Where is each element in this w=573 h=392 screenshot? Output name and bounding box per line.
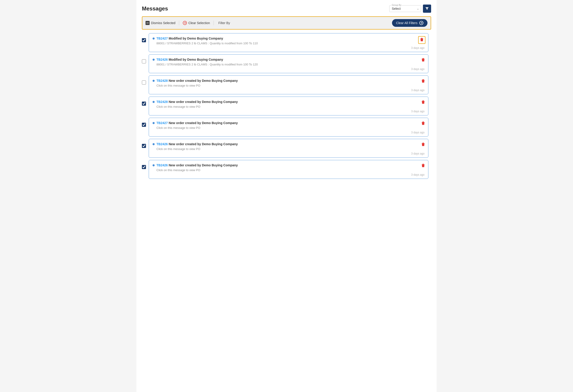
- order-id: TB2426: [156, 142, 168, 146]
- order-id: TB2427: [156, 121, 168, 125]
- toolbar-row: Dismiss Selected ✕ Clear Selection Filte…: [142, 16, 431, 30]
- message-checkbox[interactable]: [142, 165, 146, 169]
- message-time: 3 days ago: [411, 68, 425, 71]
- message-footer: 3 days ago: [153, 110, 425, 113]
- message-row: TB2426 Modified by Demo Buying Company88…: [142, 54, 428, 73]
- message-time: 3 days ago: [411, 131, 425, 134]
- trash-icon: [421, 100, 425, 104]
- circle-x-icon: ✕: [183, 21, 187, 25]
- svg-rect-3: [423, 101, 424, 101]
- page-container: Messages Group By Select ⌄ Dismiss Selec…: [136, 0, 437, 392]
- group-by-select[interactable]: Group By Select ⌄: [389, 5, 421, 12]
- message-footer: 3 days ago: [153, 152, 425, 155]
- order-id: TB2426: [156, 58, 168, 61]
- message-row: TB2427 New order created by Demo Buying …: [142, 118, 428, 136]
- message-time: 3 days ago: [411, 46, 425, 50]
- message-title-text: TB2428 New order created by Demo Buying …: [156, 79, 238, 83]
- message-time: 3 days ago: [411, 110, 425, 113]
- message-body: Click on this message to view PO: [156, 84, 425, 87]
- message-body: 88001 / STRAWBERRIES 2 lb CLAMS : Quanti…: [156, 42, 425, 45]
- group-by-value: Select: [392, 7, 401, 10]
- message-row: TB2427 Modified by Demo Buying Company88…: [142, 33, 428, 52]
- message-checkbox[interactable]: [142, 59, 146, 63]
- messages-list: TB2427 Modified by Demo Buying Company88…: [142, 33, 431, 179]
- checkbox-wrap: [142, 144, 146, 149]
- trash-icon: [421, 79, 425, 83]
- order-id: TB2426: [156, 163, 168, 167]
- message-title-text: TB2426 New order created by Demo Buying …: [156, 142, 238, 146]
- message-title-text: TB2426 Modified by Demo Buying Company: [156, 58, 223, 61]
- filter-icon-button[interactable]: [423, 4, 431, 13]
- unread-dot: [153, 143, 155, 145]
- message-body: Click on this message to view PO: [156, 168, 425, 172]
- message-card[interactable]: TB2428 New order created by Demo Buying …: [149, 75, 428, 94]
- delete-button[interactable]: [421, 78, 425, 84]
- clear-selection-label: Clear Selection: [188, 21, 210, 25]
- message-checkbox[interactable]: [142, 38, 146, 42]
- message-card[interactable]: TB2427 New order created by Demo Buying …: [149, 118, 428, 136]
- message-body: Click on this message to view PO: [156, 105, 425, 108]
- filter-by-label: Filter By: [218, 21, 230, 25]
- message-checkbox[interactable]: [142, 102, 146, 106]
- message-title: TB2426 Modified by Demo Buying Company: [153, 58, 425, 61]
- message-title: TB2428 New order created by Demo Buying …: [153, 100, 425, 104]
- divider: [179, 21, 179, 25]
- page-title: Messages: [142, 5, 168, 12]
- clear-all-filters-button[interactable]: Clear All Filters ✕: [392, 19, 428, 27]
- message-title-text: TB2428 New order created by Demo Buying …: [156, 100, 238, 104]
- svg-rect-5: [423, 143, 424, 143]
- message-card[interactable]: TB2428 New order created by Demo Buying …: [149, 97, 428, 116]
- unread-dot: [153, 59, 155, 61]
- message-title: TB2426 New order created by Demo Buying …: [153, 163, 425, 167]
- delete-button[interactable]: [418, 36, 425, 44]
- message-title: TB2428 New order created by Demo Buying …: [153, 79, 425, 83]
- order-id: TB2428: [156, 100, 168, 104]
- svg-rect-0: [421, 38, 422, 38]
- delete-button[interactable]: [421, 142, 425, 148]
- delete-button[interactable]: [421, 57, 425, 63]
- unread-dot: [153, 101, 155, 103]
- message-card[interactable]: TB2426 New order created by Demo Buying …: [149, 139, 428, 158]
- message-checkbox[interactable]: [142, 144, 146, 148]
- message-checkbox[interactable]: [142, 81, 146, 85]
- message-row: TB2428 New order created by Demo Buying …: [142, 97, 428, 116]
- message-title-text: TB2427 Modified by Demo Buying Company: [156, 36, 223, 40]
- delete-button[interactable]: [421, 121, 425, 127]
- message-body: Click on this message to view PO: [156, 147, 425, 151]
- svg-rect-4: [423, 121, 424, 122]
- unread-dot: [153, 164, 155, 166]
- unread-dot: [153, 80, 155, 82]
- message-title: TB2427 Modified by Demo Buying Company: [153, 36, 425, 40]
- message-time: 3 days ago: [411, 173, 425, 176]
- checkbox-wrap: [142, 102, 146, 106]
- message-card[interactable]: TB2426 Modified by Demo Buying Company88…: [149, 54, 428, 73]
- message-footer: 3 days ago: [153, 173, 425, 176]
- message-footer: 3 days ago: [153, 89, 425, 92]
- message-body: Click on this message to view PO: [156, 126, 425, 130]
- toolbar-left: Dismiss Selected ✕ Clear Selection Filte…: [145, 21, 230, 25]
- chevron-down-icon: ⌄: [417, 7, 419, 10]
- unread-dot: [153, 37, 155, 39]
- message-card[interactable]: TB2426 New order created by Demo Buying …: [149, 160, 428, 179]
- message-footer: 3 days ago: [153, 46, 425, 50]
- clear-selection-button[interactable]: ✕ Clear Selection: [183, 21, 210, 25]
- message-checkbox[interactable]: [142, 123, 146, 127]
- message-row: TB2426 New order created by Demo Buying …: [142, 139, 428, 158]
- trash-icon: [421, 163, 425, 168]
- message-footer: 3 days ago: [153, 131, 425, 134]
- message-card[interactable]: TB2427 Modified by Demo Buying Company88…: [149, 33, 428, 52]
- dismiss-selected-label: Dismiss Selected: [151, 21, 175, 25]
- message-title: TB2427 New order created by Demo Buying …: [153, 121, 425, 125]
- trash-icon: [420, 37, 424, 42]
- dismiss-selected-button[interactable]: Dismiss Selected: [145, 21, 175, 25]
- delete-button[interactable]: [421, 163, 425, 169]
- trash-icon: [421, 121, 425, 125]
- delete-button[interactable]: [421, 100, 425, 105]
- svg-rect-1: [423, 58, 424, 59]
- clear-all-filters-label: Clear All Filters: [396, 21, 417, 25]
- svg-rect-2: [423, 79, 424, 80]
- minus-icon: [145, 21, 150, 25]
- checkbox-wrap: [142, 59, 146, 64]
- checkbox-wrap: [142, 81, 146, 85]
- trash-icon: [421, 58, 425, 62]
